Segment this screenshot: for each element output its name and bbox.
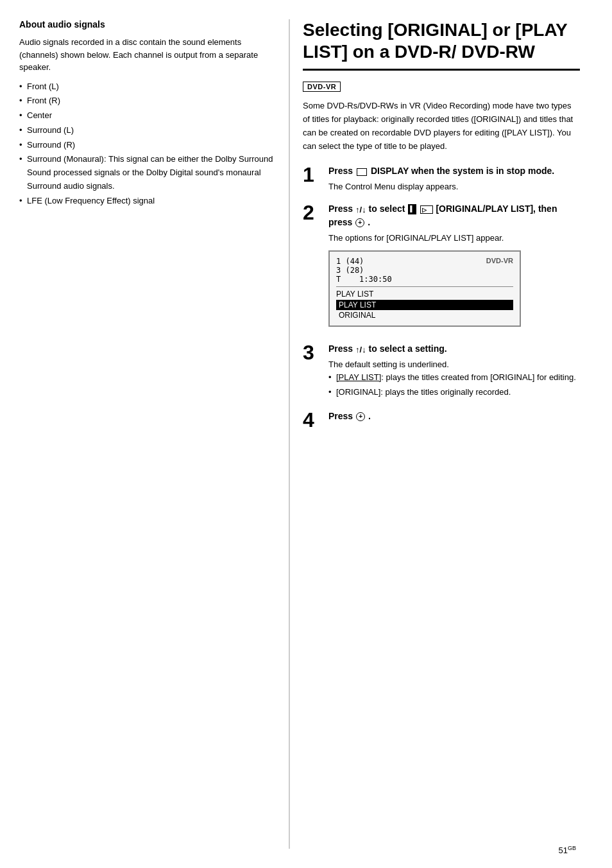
step-3-bullets: [PLAY LIST]: plays the titles created fr… xyxy=(328,371,580,399)
screen-menu-item-original: ORIGINAL xyxy=(336,310,513,320)
bullet-list: Front (L)Front (R)CenterSurround (L)Surr… xyxy=(19,80,276,208)
description-text: Some DVD-Rs/DVD-RWs in VR (Video Recordi… xyxy=(303,100,580,153)
bullet-item: Surround (L) xyxy=(19,124,276,137)
screen-top-bar: 1 (44) 3 (28) T 1:30:50 DVD-VR xyxy=(336,257,513,284)
bullet-item: Center xyxy=(19,109,276,123)
step-1-desc: The Control Menu display appears. xyxy=(328,180,580,193)
section-title: About audio signals xyxy=(19,19,276,30)
bullet-item: Surround (R) xyxy=(19,139,276,152)
step-1-press: Press xyxy=(328,166,355,176)
screen-menu-section: PLAY LIST PLAY LIST ORIGINAL xyxy=(336,290,513,320)
step-3-bullet-2: [ORIGINAL]: plays the titles originally … xyxy=(328,386,580,399)
step-4-period: . xyxy=(368,411,371,421)
step-3: 3 Press ↑/↓ to select a setting. The def… xyxy=(303,342,580,400)
right-column: Selecting [ORIGINAL] or [PLAY LIST] on a… xyxy=(289,19,612,849)
step-3-content: Press ↑/↓ to select a setting. The defau… xyxy=(328,342,580,400)
step-1-title: Press DISPLAY when the system is in stop… xyxy=(328,164,580,178)
arrow-updown-icon-3: ↑/↓ xyxy=(355,345,366,354)
step-2-title: Press ↑/↓ to select ▌ [ORIGINAL/PLAY LIS… xyxy=(328,202,580,229)
bullet-item: Surround (Monaural): This signal can be … xyxy=(19,153,276,193)
enter-icon: + xyxy=(355,218,364,227)
enter-icon-4: + xyxy=(356,412,365,421)
screen-counter-1: 1 (44) xyxy=(336,257,392,266)
intro-text: Audio signals recorded in a disc contain… xyxy=(19,36,276,74)
screen-menu-label: PLAY LIST xyxy=(336,290,513,299)
step-2-content: Press ↑/↓ to select ▌ [ORIGINAL/PLAY LIS… xyxy=(328,202,580,334)
step-2-select-text: to select xyxy=(369,204,408,214)
screen-menu-item-playlist: PLAY LIST xyxy=(336,300,513,310)
screen-counter-2: 3 (28) xyxy=(336,266,392,275)
step-3-bullet-1-underline: [PLAY LIST] xyxy=(336,372,381,382)
screen-divider xyxy=(336,286,513,287)
step-3-number: 3 xyxy=(303,342,322,363)
dvd-vr-badge: DVD-VR xyxy=(303,82,341,92)
page-number: 51GB xyxy=(559,845,576,855)
step-3-title: Press ↑/↓ to select a setting. xyxy=(328,342,580,356)
step-4-title: Press + . xyxy=(328,410,580,423)
step-2: 2 Press ↑/↓ to select ▌ [ORIGINAL/PLAY L… xyxy=(303,202,580,334)
step-2-period: . xyxy=(368,217,370,227)
step-2-desc: The options for [ORIGINAL/PLAY LIST] app… xyxy=(328,232,580,245)
step-3-bullet-1: [PLAY LIST]: plays the titles created fr… xyxy=(328,371,580,385)
step-4-content: Press + . xyxy=(328,410,580,426)
bullet-item: Front (L) xyxy=(19,80,276,94)
bullet-item: LFE (Low Frequency Effect) signal xyxy=(19,195,276,208)
arrow-updown-icon: ↑/↓ xyxy=(355,204,366,214)
screen-dvd-vr-label: DVD-VR xyxy=(486,257,513,284)
step-4-press: Press xyxy=(328,411,355,421)
screen-counters: 1 (44) 3 (28) T 1:30:50 xyxy=(336,257,392,284)
step-1-display-text: DISPLAY when the system is in stop mode. xyxy=(371,166,554,176)
step-4: 4 Press + . xyxy=(303,410,580,430)
step-3-text: to select a setting. xyxy=(369,343,447,354)
step-2-number: 2 xyxy=(303,202,322,223)
step-1-number: 1 xyxy=(303,164,322,185)
step-1-content: Press DISPLAY when the system is in stop… xyxy=(328,164,580,193)
step-1: 1 Press DISPLAY when the system is in st… xyxy=(303,164,580,193)
display-icon xyxy=(357,168,367,176)
bullet-item: Front (R) xyxy=(19,94,276,108)
chapter2-icon xyxy=(420,205,433,214)
left-column: About audio signals Audio signals record… xyxy=(19,19,289,849)
step-3-desc-main: The default setting is underlined. xyxy=(328,358,580,371)
step-2-press: Press xyxy=(328,204,355,214)
step-3-press: Press xyxy=(328,343,355,354)
step-4-number: 4 xyxy=(303,410,322,430)
screen-mockup: 1 (44) 3 (28) T 1:30:50 DVD-VR PLAY LIST… xyxy=(328,250,521,327)
page-title: Selecting [ORIGINAL] or [PLAY LIST] on a… xyxy=(303,19,580,71)
chapter-icon: ▌ xyxy=(408,204,416,214)
screen-counter-3: T 1:30:50 xyxy=(336,275,392,284)
